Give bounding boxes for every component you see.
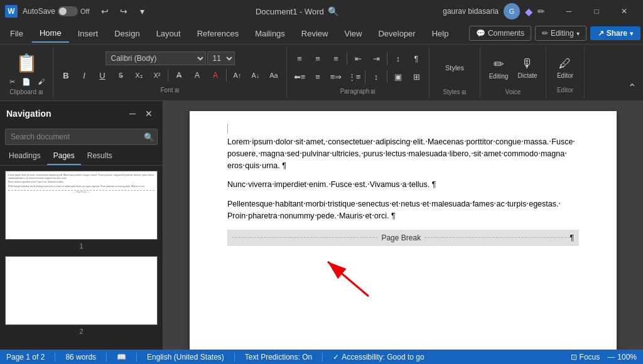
align-right-button[interactable]: ≡⇒: [327, 68, 345, 85]
bold-button[interactable]: B: [57, 67, 75, 83]
grow-font-button[interactable]: A↑: [229, 67, 246, 83]
numbering-button[interactable]: ≡: [309, 50, 327, 67]
tab-developer[interactable]: Developer: [370, 25, 423, 42]
subscript-button[interactable]: X₂: [130, 67, 148, 83]
title-search[interactable]: 🔍: [328, 6, 338, 16]
comments-label: Comments: [488, 29, 524, 38]
clipboard-expand-icon[interactable]: ⊞: [38, 89, 43, 95]
nav-tab-results[interactable]: Results: [81, 147, 119, 165]
maximize-button[interactable]: □: [583, 0, 610, 23]
nav-tabs: Headings Pages Results: [0, 147, 163, 166]
pilcrow-1: ¶: [282, 161, 286, 170]
styles-button[interactable]: Styles: [435, 52, 475, 83]
tab-home[interactable]: Home: [32, 24, 69, 43]
nav-minimize-button[interactable]: ─: [125, 106, 140, 121]
page-break-pilcrow: ¶: [570, 232, 574, 244]
title-center: Document1 - Word 🔍: [156, 6, 438, 16]
tab-help[interactable]: Help: [424, 25, 457, 42]
tab-design[interactable]: Design: [107, 25, 147, 42]
page-number-1: 1: [78, 241, 84, 251]
check-icon: ✓: [333, 353, 339, 361]
align-center-button[interactable]: ≡: [309, 68, 327, 85]
tab-view[interactable]: View: [337, 25, 369, 42]
pen-icon: ✏: [538, 6, 545, 16]
nav-tab-pages[interactable]: Pages: [47, 147, 81, 165]
page-thumbnail-1[interactable]: Lorem ipsum dolor sit amet, consectetuer…: [5, 171, 158, 240]
editor-group: 🖊 Editor Editor: [546, 47, 585, 98]
justify-button[interactable]: ⋮≡: [345, 68, 363, 85]
autosave-area: AutoSave Off: [23, 6, 90, 16]
align-left-button[interactable]: ⬅≡: [291, 68, 308, 85]
decrease-indent-button[interactable]: ⇤: [349, 50, 367, 67]
tab-layout[interactable]: Layout: [149, 25, 188, 42]
font-color-button[interactable]: A: [207, 67, 224, 83]
status-sep-1: [55, 353, 55, 361]
autosave-toggle[interactable]: [58, 6, 78, 16]
tab-file[interactable]: File: [3, 25, 31, 42]
share-button[interactable]: ↗ Share ▾: [590, 26, 640, 40]
tab-references[interactable]: References: [190, 25, 246, 42]
zoom-level-item[interactable]: — 100%: [607, 353, 637, 361]
multilevel-button[interactable]: ≡: [327, 50, 345, 67]
status-bar: Page 1 of 2 86 words 📖 English (United S…: [0, 350, 643, 364]
line-spacing-button[interactable]: ↕: [367, 68, 385, 85]
italic-button[interactable]: I: [75, 67, 93, 83]
editor-button[interactable]: 🖊 Editor: [551, 51, 579, 84]
paragraph-expand-icon[interactable]: ⊞: [370, 88, 376, 95]
nav-tab-headings[interactable]: Headings: [3, 147, 47, 165]
ribbon: File Home Insert Design Layout Reference…: [0, 23, 643, 45]
undo-button[interactable]: ↩: [96, 4, 114, 19]
search-icon[interactable]: 🔍: [328, 6, 338, 16]
focus-button[interactable]: ⊡ Focus: [571, 353, 600, 361]
collapse-ribbon-button[interactable]: ⌃: [623, 79, 640, 95]
underline-button[interactable]: U: [94, 67, 111, 83]
nav-close-button[interactable]: ✕: [141, 106, 156, 121]
page-thumbnail-2[interactable]: [5, 256, 158, 325]
window-controls: ─ □ ✕: [555, 0, 638, 23]
comments-button[interactable]: 💬 Comments: [469, 26, 531, 41]
paste-button[interactable]: 📋: [13, 50, 40, 76]
strikethrough-button[interactable]: S̶: [112, 67, 129, 83]
increase-indent-button[interactable]: ⇥: [367, 50, 385, 67]
editor-label: Editor: [557, 72, 573, 79]
redo-button[interactable]: ↪: [115, 4, 132, 19]
paragraph-2[interactable]: Nunc‧viverra‧imperdiet‧enim.‧Fusce‧est.‧…: [227, 179, 579, 191]
tab-mailings[interactable]: Mailings: [247, 25, 293, 42]
font-expand-icon[interactable]: ⊞: [175, 87, 180, 94]
superscript-button[interactable]: X²: [148, 67, 166, 83]
document-page[interactable]: Lorem‧ipsum‧dolor‧sit‧amet,‧consectetuer…: [190, 111, 617, 350]
status-sep-4: [234, 353, 235, 361]
show-hide-button[interactable]: ¶: [408, 50, 425, 67]
nav-content: Lorem ipsum dolor sit amet, consectetuer…: [0, 166, 163, 350]
close-button[interactable]: ✕: [610, 0, 638, 23]
bullets-button[interactable]: ≡: [291, 50, 308, 67]
change-case-button[interactable]: Aa: [265, 67, 283, 83]
tab-review[interactable]: Review: [294, 25, 336, 42]
shading-button[interactable]: ▣: [389, 68, 407, 85]
font-size-select[interactable]: 11: [207, 51, 235, 65]
minimize-button[interactable]: ─: [555, 0, 583, 23]
tab-insert[interactable]: Insert: [70, 25, 106, 42]
format-painter-button[interactable]: 🖌: [34, 76, 48, 87]
dictate-button[interactable]: 🎙 Dictate: [514, 51, 541, 84]
copy-button[interactable]: 📄: [19, 76, 33, 87]
more-commands-button[interactable]: ▾: [134, 4, 151, 19]
cut-button[interactable]: ✂: [5, 76, 19, 87]
text-highlight-button[interactable]: A: [188, 67, 206, 83]
document-area[interactable]: Lorem‧ipsum‧dolor‧sit‧amet,‧consectetuer…: [163, 101, 643, 350]
styles-expand-icon[interactable]: ⊞: [462, 89, 467, 95]
editing-button[interactable]: ✏ Editing ▾: [535, 26, 586, 41]
font-family-select[interactable]: Calibri (Body): [105, 51, 206, 65]
language-item: English (United States): [147, 353, 224, 361]
user-name: gaurav bidasaria: [443, 7, 499, 16]
borders-button[interactable]: ⊞: [408, 68, 425, 85]
editing-voice-button[interactable]: ✏ Editing: [485, 51, 512, 84]
shrink-font-button[interactable]: A↓: [247, 67, 264, 83]
paragraph-1[interactable]: Lorem‧ipsum‧dolor‧sit‧amet,‧consectetuer…: [227, 136, 579, 171]
search-input[interactable]: [5, 129, 158, 145]
paragraph-3[interactable]: Pellentesque‧habitant‧morbi‧tristique‧se…: [227, 198, 579, 222]
book-icon-item[interactable]: 📖: [117, 353, 126, 361]
sort-button[interactable]: ↕: [389, 50, 407, 67]
clear-format-button[interactable]: A̶: [170, 67, 188, 83]
zoom-slider-icon: —: [607, 353, 615, 361]
